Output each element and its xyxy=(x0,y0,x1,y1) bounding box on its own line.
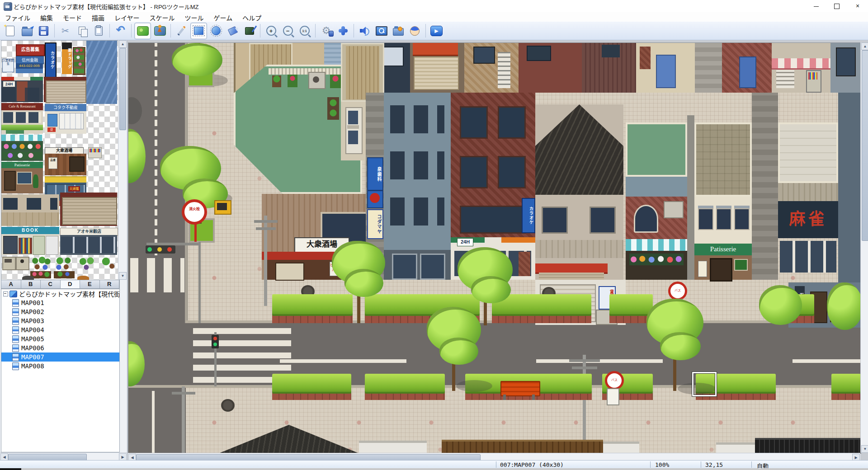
palette-tile-flower-rack[interactable] xyxy=(73,47,85,75)
palette-tile-drug-sign[interactable]: 薬ドラッグ xyxy=(62,42,72,74)
tree-item-map007-selected[interactable]: MAP007 xyxy=(1,352,119,362)
open-project-button[interactable] xyxy=(19,23,35,39)
tab-c[interactable]: C xyxy=(41,280,61,288)
database-button[interactable]: ⚙ xyxy=(318,23,334,39)
map-building-green-roof-small xyxy=(626,122,687,177)
pencil-tool-button[interactable] xyxy=(174,23,189,39)
tab-e[interactable]: E xyxy=(80,280,100,288)
palette-tile-convenience-store[interactable]: 24H xyxy=(1,77,43,102)
status-zoom-level: 100% xyxy=(655,461,669,468)
app-icon xyxy=(4,2,12,11)
shadow-pen-tool-button[interactable] xyxy=(241,23,257,39)
map-sign-patisserie: Patisserie xyxy=(694,244,752,257)
canvas-vscroll-thumb[interactable] xyxy=(862,50,868,241)
map-sign-fire-hydrant: 消火栓 xyxy=(182,199,207,225)
tab-r[interactable]: R xyxy=(100,280,120,288)
tree-item-map008[interactable]: MAP008 xyxy=(1,362,119,371)
palette-tile-big-shutter[interactable] xyxy=(60,193,117,226)
palette-tile-potted-plants[interactable] xyxy=(100,257,117,270)
character-generator-button[interactable] xyxy=(407,23,423,39)
map-canvas[interactable]: 大衆酒場 ビール 泉歯科 コダマヤ xyxy=(128,42,861,454)
event-mode-icon xyxy=(154,26,166,36)
palette-tile-book-front[interactable] xyxy=(1,234,59,255)
resource-manager-button[interactable] xyxy=(390,23,406,39)
palette-tile-tenant-sign[interactable]: 入居者募集 xyxy=(2,59,14,72)
save-project-button[interactable] xyxy=(36,23,52,39)
map-tree-canopy xyxy=(172,43,222,76)
palette-tile-ad-sign[interactable]: 広告募集 xyxy=(16,44,45,56)
palette-tile-vending[interactable] xyxy=(88,147,102,158)
tree-scroll-thumb[interactable] xyxy=(8,454,87,461)
tree-item-map006[interactable]: MAP006 xyxy=(1,343,119,352)
tree-item-map001[interactable]: MAP001 xyxy=(1,298,119,307)
ellipse-tool-button[interactable] xyxy=(208,23,224,39)
palette-tile-patisserie-front[interactable] xyxy=(1,168,43,193)
rectangle-tool-button[interactable] xyxy=(190,23,207,39)
palette-tile-flower-boxes[interactable] xyxy=(1,141,43,161)
canvas-vertical-scrollbar[interactable]: ▲ ▼ xyxy=(860,42,868,453)
map-white-wall xyxy=(359,441,427,454)
map-selection-cursor[interactable] xyxy=(692,372,717,396)
palette-tile-phone-sign[interactable]: 443-022-005 xyxy=(16,63,43,69)
tab-d[interactable]: D xyxy=(61,280,80,288)
palette-tile[interactable] xyxy=(16,69,43,73)
tree-horizontal-scrollbar[interactable]: ◀ ▶ xyxy=(0,452,127,461)
palette-tile-striped-awning[interactable] xyxy=(1,135,43,141)
palette-vertical-scrollbar[interactable]: ▲ ▼ xyxy=(118,40,126,280)
undo-arrow-icon: ↶ xyxy=(116,24,125,35)
tab-a[interactable]: A xyxy=(1,280,21,288)
palette-tile-realty-front[interactable]: 貸 xyxy=(45,111,86,134)
tab-b[interactable]: B xyxy=(21,280,41,288)
palette-tile-realty-sign[interactable]: コタク不動産 xyxy=(45,104,86,111)
paste-button[interactable] xyxy=(91,23,107,39)
map-hedge xyxy=(609,294,653,316)
plugin-manager-button[interactable] xyxy=(335,23,351,39)
scroll-down-arrow[interactable]: ▼ xyxy=(119,272,127,280)
palette-tile-cafe-front[interactable] xyxy=(1,110,43,134)
map-traffic-light xyxy=(146,245,175,254)
tileset-palette[interactable]: 広告募集 信州金融 443-022-005 入居者募集 カラオケ 薬ドラッグ 2… xyxy=(1,40,118,281)
palette-scroll-thumb[interactable] xyxy=(119,48,126,130)
tree-item-map002[interactable]: MAP002 xyxy=(1,307,119,316)
tree-item-map003[interactable]: MAP003 xyxy=(1,316,119,325)
palette-tile-book-sign[interactable]: BOOK xyxy=(1,227,59,234)
palette-tile-counter[interactable] xyxy=(16,257,29,270)
palette-tile-potted-plants[interactable] xyxy=(54,257,74,270)
scroll-up-arrow[interactable]: ▲ xyxy=(119,40,127,48)
zoom-in-button[interactable]: + xyxy=(263,23,279,39)
palette-tile-facade[interactable] xyxy=(1,194,59,226)
actual-size-button[interactable]: 1:1 xyxy=(297,23,312,39)
copy-button[interactable] xyxy=(74,23,90,39)
event-mode-button[interactable] xyxy=(152,23,168,39)
scroll-up-arrow[interactable]: ▲ xyxy=(861,42,868,50)
tree-item-map005[interactable]: MAP005 xyxy=(1,334,119,343)
minimize-button[interactable] xyxy=(806,0,826,12)
event-searcher-button[interactable] xyxy=(373,23,389,39)
palette-tile-potted-plants[interactable] xyxy=(77,257,97,270)
play-test-button[interactable]: ▶ xyxy=(429,23,444,39)
palette-tile-karaoke-sign[interactable]: カラオケ xyxy=(45,42,57,78)
collapse-icon[interactable] xyxy=(3,291,8,296)
palette-tile-blue-tarp-roof[interactable] xyxy=(86,41,117,104)
tree-item-map004[interactable]: MAP004 xyxy=(1,325,119,334)
new-project-button[interactable] xyxy=(2,23,18,39)
close-button[interactable]: × xyxy=(847,0,868,12)
scroll-down-arrow[interactable]: ▼ xyxy=(861,445,868,453)
map-mode-button[interactable] xyxy=(134,23,151,39)
cut-button[interactable]: ✂ xyxy=(57,23,73,39)
palette-tile-cafe-sign[interactable]: Cafe & Restaurant xyxy=(1,103,43,110)
palette-tile-counter[interactable] xyxy=(2,257,16,270)
tree-root-project[interactable]: どらぴかドットマップ素材【現代街編拡張セット】 xyxy=(1,289,119,298)
map-flower-display xyxy=(629,254,684,265)
flood-fill-tool-button[interactable] xyxy=(225,23,241,39)
palette-tile-potted-plants[interactable] xyxy=(31,257,51,270)
palette-tile-shutter-building[interactable] xyxy=(44,77,86,102)
maximize-button[interactable] xyxy=(826,0,847,12)
zoom-out-button[interactable]: − xyxy=(280,23,296,39)
sound-test-button[interactable] xyxy=(357,23,373,39)
undo-button[interactable]: ↶ xyxy=(113,23,128,39)
palette-tile-planter-box[interactable] xyxy=(54,271,75,278)
palette-tile-patisserie-sign[interactable]: Patisserie xyxy=(1,162,43,168)
palette-tile-rice-front[interactable] xyxy=(60,235,117,255)
palette-tile-tavern-front[interactable]: 品書 xyxy=(45,154,86,175)
